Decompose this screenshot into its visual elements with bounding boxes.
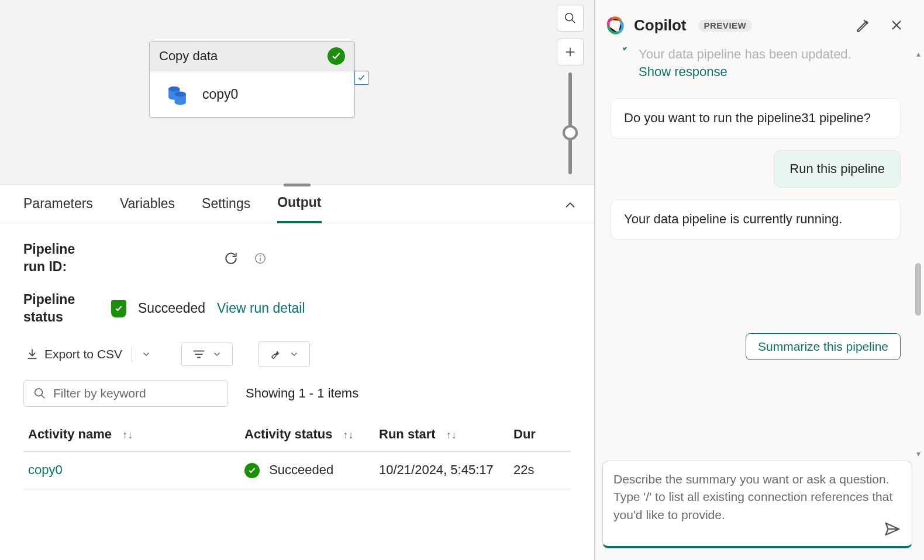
- copilot-input-placeholder: Describe the summary you want or ask a q…: [613, 471, 901, 524]
- tab-settings[interactable]: Settings: [202, 185, 250, 222]
- copilot-header: Copilot PREVIEW: [595, 0, 924, 47]
- svg-line-16: [42, 395, 45, 398]
- cell-activity-name[interactable]: copy0: [23, 451, 240, 489]
- activity-node-header: Copy data: [150, 42, 354, 71]
- send-button[interactable]: [884, 520, 901, 538]
- export-csv-dropdown[interactable]: [142, 350, 151, 359]
- main-area: Copy data copy0: [0, 0, 595, 560]
- export-csv-button[interactable]: Export to CSV: [26, 347, 122, 361]
- cell-activity-status: Succeeded: [240, 451, 374, 489]
- toolbar-divider: [132, 347, 132, 362]
- cell-duration: 22s: [509, 451, 571, 489]
- canvas-zoom-in-button[interactable]: [557, 39, 584, 65]
- tab-parameters[interactable]: Parameters: [23, 185, 93, 222]
- pipeline-canvas[interactable]: Copy data copy0: [0, 0, 594, 185]
- tab-variables[interactable]: Variables: [120, 185, 175, 222]
- scroll-down-button[interactable]: ▾: [913, 449, 923, 458]
- status-success-icon: [327, 47, 345, 65]
- status-succeeded-icon: [111, 300, 126, 317]
- filter-columns-button[interactable]: [181, 343, 233, 366]
- status-success-icon: [244, 463, 260, 478]
- database-icon: [165, 82, 189, 106]
- clear-chat-button[interactable]: [854, 16, 871, 34]
- filter-icon: [192, 349, 205, 359]
- activity-title: Copy data: [159, 49, 218, 64]
- preview-badge: PREVIEW: [698, 19, 753, 32]
- filter-row: Showing 1 - 1 items: [23, 380, 571, 407]
- pipeline-status-row: Pipeline status Succeeded View run detai…: [23, 291, 571, 326]
- tools-button[interactable]: [258, 341, 310, 367]
- canvas-search-button[interactable]: [557, 5, 584, 32]
- sort-icon: ↑↓: [122, 429, 133, 441]
- col-activity-name[interactable]: Activity name ↑↓: [23, 417, 240, 452]
- close-button[interactable]: [888, 16, 905, 34]
- copilot-messages: ✓ Your data pipeline has been updated. S…: [595, 47, 924, 461]
- copilot-input[interactable]: Describe the summary you want or ask a q…: [602, 461, 912, 548]
- canvas-zoom-slider-thumb[interactable]: [563, 125, 578, 140]
- wrench-icon: [270, 348, 282, 361]
- view-run-detail-link[interactable]: View run detail: [217, 300, 305, 316]
- refresh-button[interactable]: [222, 250, 240, 267]
- copilot-message: Do you want to run the pipeline31 pipeli…: [611, 98, 901, 139]
- activity-node-body: copy0: [150, 71, 354, 117]
- showing-count: Showing 1 - 1 items: [246, 386, 358, 401]
- check-icon: ✓: [621, 47, 632, 55]
- copilot-panel: Copilot PREVIEW ✓ Your data pipeline has…: [595, 0, 924, 560]
- svg-point-10: [260, 255, 261, 257]
- tab-output[interactable]: Output: [277, 184, 321, 223]
- scrollbar-thumb[interactable]: [915, 263, 921, 316]
- pipeline-status-label: Pipeline status: [23, 291, 94, 326]
- filter-keyword-input[interactable]: [53, 386, 218, 400]
- filter-keyword-input-wrapper[interactable]: [23, 380, 228, 407]
- svg-point-15: [35, 388, 43, 396]
- col-duration[interactable]: Dur: [509, 417, 571, 452]
- svg-point-3: [175, 92, 186, 97]
- col-run-start[interactable]: Run start ↑↓: [374, 417, 509, 452]
- output-toolbar: Export to CSV: [23, 341, 571, 367]
- search-icon: [33, 387, 46, 400]
- activity-runs-table: Activity name ↑↓ Activity status ↑↓ Run …: [23, 417, 571, 489]
- pipeline-run-id-row: Pipeline run ID:: [23, 241, 571, 276]
- chevron-down-icon: [289, 350, 299, 359]
- show-response-link[interactable]: Show response: [639, 64, 728, 79]
- col-activity-status[interactable]: Activity status ↑↓: [240, 417, 374, 452]
- activity-success-output-handle[interactable]: [354, 71, 368, 85]
- output-panel: Pipeline run ID: Pipeline status Succeed…: [0, 223, 594, 560]
- svg-point-4: [566, 13, 573, 21]
- canvas-controls: [557, 5, 584, 174]
- cell-run-start: 10/21/2024, 5:45:17: [374, 451, 509, 489]
- copilot-scrollbar[interactable]: ▴ ▾: [913, 47, 923, 461]
- user-message: Run this pipeline: [774, 150, 901, 188]
- copilot-message: Your data pipeline is currently running.: [611, 199, 901, 240]
- suggestion-summarize-pipeline[interactable]: Summarize this pipeline: [746, 333, 901, 360]
- scroll-up-button[interactable]: ▴: [913, 49, 923, 58]
- collapse-panel-button[interactable]: [564, 199, 577, 212]
- copilot-message-truncated: ✓ Your data pipeline has been updated. S…: [611, 47, 901, 89]
- panel-resize-handle[interactable]: [284, 184, 311, 186]
- sort-icon: ↑↓: [343, 429, 354, 441]
- copilot-title: Copilot: [634, 16, 687, 34]
- sort-icon: ↑↓: [446, 429, 457, 441]
- pipeline-status-value: Succeeded: [138, 300, 205, 316]
- chevron-down-icon: [212, 350, 222, 359]
- pipeline-run-id-label: Pipeline run ID:: [23, 241, 94, 276]
- activity-node-copy-data[interactable]: Copy data copy0: [149, 41, 355, 117]
- info-icon[interactable]: [251, 250, 269, 267]
- suggestion-row: Summarize this pipeline: [611, 333, 901, 360]
- table-row[interactable]: copy0 Succeeded 10/21/2024, 5:45:17 22s: [23, 451, 571, 489]
- export-csv-label: Export to CSV: [44, 347, 122, 361]
- copilot-truncated-text: Your data pipeline has been updated.: [639, 47, 851, 62]
- copilot-logo-icon: [605, 14, 627, 36]
- activity-name: copy0: [202, 87, 238, 102]
- canvas-zoom-slider[interactable]: [568, 72, 572, 174]
- svg-line-5: [572, 20, 575, 23]
- details-tabs: Parameters Variables Settings Output: [0, 185, 594, 223]
- svg-point-1: [168, 87, 180, 92]
